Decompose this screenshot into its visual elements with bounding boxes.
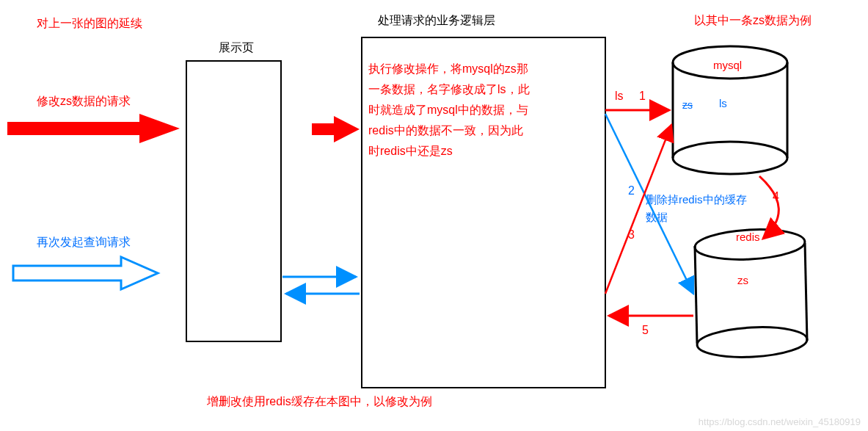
svg-point-3 [696, 325, 808, 360]
logic-text-line: 执行修改操作，将mysql的zs那 [368, 59, 530, 79]
ls-label: ls [615, 90, 624, 103]
mysql-zs: zs [682, 99, 693, 111]
query-again-arrow [13, 257, 158, 289]
display-page-box [186, 60, 282, 342]
modify-request-label: 修改zs数据的请求 [37, 94, 131, 109]
logic-text: 执行修改操作，将mysql的zs那 一条数据，名字修改成了ls，此 时就造成了m… [368, 59, 530, 162]
logic-text-line: 一条数据，名字修改成了ls，此 [368, 79, 530, 100]
redis-label: redis [736, 231, 760, 243]
watermark: https://blog.csdn.net/weixin_45180919 [699, 416, 861, 427]
num-4: 4 [773, 190, 779, 203]
delete-cache-label: 删除掉redis中的缓存 数据 [646, 191, 747, 226]
num-2: 2 [628, 184, 635, 198]
num-1: 1 [639, 90, 646, 103]
logic-text-line: 时就造成了mysql中的数据，与 [368, 100, 530, 120]
redis-cylinder [685, 226, 825, 366]
example-note: 以其中一条zs数据为例 [694, 13, 812, 29]
redis-zs: zs [737, 274, 748, 286]
logic-layer-title: 处理请求的业务逻辑层 [378, 13, 495, 29]
delete-cache-line: 数据 [646, 209, 747, 226]
query-again-label: 再次发起查询请求 [37, 235, 131, 250]
display-page-title: 展示页 [219, 40, 254, 56]
bottom-note: 增删改使用redis缓存在本图中，以修改为例 [207, 394, 432, 410]
mysql-label: mysql [713, 59, 742, 71]
svg-marker-5 [139, 114, 180, 143]
num-3: 3 [628, 228, 635, 242]
logic-text-line: redis中的数据不一致，因为此 [368, 120, 530, 141]
svg-rect-4 [7, 122, 139, 135]
svg-rect-6 [312, 123, 334, 135]
num-5: 5 [642, 324, 649, 337]
logic-text-line: 时redis中还是zs [368, 141, 530, 162]
svg-point-1 [673, 142, 787, 174]
display-to-logic-red-arrow [312, 116, 360, 142]
modify-request-arrow [7, 114, 180, 143]
delete-cache-line: 删除掉redis中的缓存 [646, 191, 747, 209]
continuation-note: 对上一张的图的延续 [37, 16, 142, 32]
mysql-ls: ls [719, 97, 727, 109]
svg-marker-7 [334, 116, 360, 142]
